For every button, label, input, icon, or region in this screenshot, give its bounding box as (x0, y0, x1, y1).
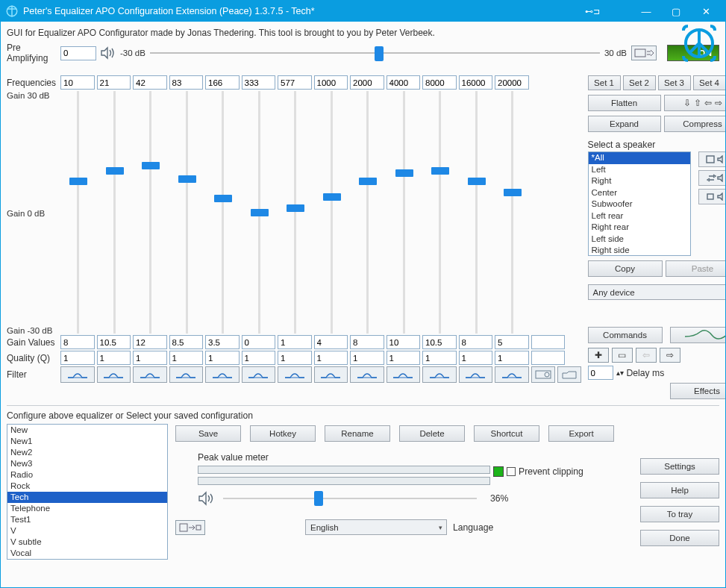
filter-type-4[interactable] (205, 366, 240, 383)
speaker-item[interactable]: Right (589, 175, 690, 187)
extra-gain-input[interactable] (531, 335, 566, 349)
config-item[interactable]: Vocal (7, 548, 167, 559)
config-item[interactable]: Telephone (7, 503, 167, 514)
gain-input-0[interactable] (60, 335, 95, 349)
shift-right-button[interactable]: ⇨ (660, 348, 680, 363)
gain-input-2[interactable] (133, 335, 167, 349)
band-slider-9[interactable] (387, 91, 422, 334)
gain-input-6[interactable] (278, 335, 312, 349)
set-1-button[interactable]: Set 1 (588, 75, 621, 90)
filter-type-6[interactable] (278, 366, 312, 383)
commands-button[interactable]: Commands (588, 327, 663, 343)
filter-type-7[interactable] (314, 366, 348, 383)
q-input-9[interactable] (387, 351, 421, 365)
speaker-item[interactable]: Left side (589, 234, 690, 245)
freq-input-0[interactable] (60, 75, 95, 90)
band-slider-2[interactable] (133, 91, 169, 334)
speaker-item[interactable]: Subwoofer (589, 198, 690, 210)
freq-input-3[interactable] (169, 75, 204, 90)
settings-button[interactable]: Settings (640, 458, 719, 475)
freq-input-9[interactable] (387, 75, 421, 90)
filter-type-12[interactable] (495, 366, 529, 383)
q-input-3[interactable] (169, 351, 204, 365)
freq-input-1[interactable] (97, 75, 131, 90)
set-4-button[interactable]: Set 4 (693, 75, 726, 90)
gain-input-4[interactable] (205, 335, 240, 349)
q-input-8[interactable] (350, 351, 384, 365)
filter-type-11[interactable] (459, 366, 493, 383)
freq-input-11[interactable] (459, 75, 493, 90)
q-input-12[interactable] (495, 351, 529, 365)
config-list[interactable]: NewNew1New2New3RadioRockTechTelephoneTes… (7, 424, 168, 560)
band-slider-12[interactable] (495, 91, 531, 334)
freq-input-8[interactable] (350, 75, 384, 90)
arrow-buttons[interactable]: ⇩⇧⇦⇨ (664, 95, 727, 111)
language-select[interactable]: English (305, 519, 447, 535)
band-slider-3[interactable] (169, 91, 205, 334)
flatten-button[interactable]: Flatten (588, 95, 661, 111)
save-button[interactable]: Save (175, 425, 241, 442)
freq-input-12[interactable] (495, 75, 529, 90)
prevent-clipping-checkbox[interactable] (507, 467, 516, 476)
filter-type-1[interactable] (97, 366, 131, 383)
config-item[interactable]: Tech (7, 492, 167, 503)
q-input-1[interactable] (97, 351, 131, 365)
gain-input-3[interactable] (169, 335, 204, 349)
speaker-swap-button[interactable] (698, 170, 727, 186)
gain-input-12[interactable] (495, 335, 529, 349)
q-input-7[interactable] (314, 351, 348, 365)
gain-input-1[interactable] (97, 335, 131, 349)
preamp-input[interactable] (60, 46, 96, 60)
config-item[interactable]: New (7, 425, 167, 436)
config-item[interactable]: Radio (7, 469, 167, 481)
minimize-button[interactable]: — (631, 1, 661, 22)
speaker-icon[interactable] (100, 46, 116, 60)
q-input-2[interactable] (133, 351, 167, 365)
speaker-item[interactable]: Left (589, 164, 690, 176)
speaker-item[interactable]: Left rear (589, 210, 690, 222)
band-slider-10[interactable] (422, 91, 458, 334)
config-item[interactable]: Test1 (7, 514, 167, 525)
filter-type-9[interactable] (387, 366, 421, 383)
set-2-button[interactable]: Set 2 (623, 75, 656, 90)
band-slider-6[interactable] (278, 91, 313, 334)
expand-button[interactable]: Expand (588, 116, 661, 132)
band-slider-11[interactable] (459, 91, 495, 334)
filter-type-8[interactable] (350, 366, 384, 383)
export-button[interactable]: Export (548, 425, 614, 442)
import-button[interactable] (175, 520, 205, 535)
config-item[interactable]: V subtle (7, 537, 167, 548)
paste-button[interactable]: Paste (666, 260, 727, 277)
close-button[interactable]: ✕ (691, 1, 721, 22)
filter-view-button[interactable] (531, 366, 555, 383)
rename-button[interactable]: Rename (325, 425, 390, 442)
device-select[interactable]: Any device (588, 284, 727, 300)
volume-icon[interactable] (198, 491, 216, 506)
volume-slider[interactable] (223, 491, 477, 506)
speaker-list[interactable]: *AllLeftRightCenterSubwooferLeft rearRig… (588, 151, 691, 256)
gain-input-7[interactable] (314, 335, 348, 349)
config-item[interactable]: New1 (7, 436, 167, 447)
gain-input-9[interactable] (387, 335, 421, 349)
freq-input-4[interactable] (205, 75, 240, 90)
extra-q-input[interactable] (531, 351, 566, 365)
config-item[interactable]: New2 (7, 447, 167, 458)
speaker-item[interactable]: *All (589, 152, 690, 164)
config-item[interactable]: V (7, 525, 167, 537)
band-slider-8[interactable] (350, 91, 386, 334)
add-band-button[interactable]: ✚ (588, 348, 609, 363)
q-input-5[interactable] (242, 351, 276, 365)
speaker-item[interactable]: Right side (589, 245, 690, 256)
shift-left-button[interactable]: ⇦ (636, 348, 657, 363)
delay-input[interactable] (588, 366, 613, 380)
band-slider-5[interactable] (242, 91, 278, 334)
effects-button[interactable]: Effects (670, 383, 727, 399)
filter-type-5[interactable] (242, 366, 276, 383)
maximize-button[interactable]: ▢ (661, 1, 691, 22)
filter-type-10[interactable] (422, 366, 457, 383)
filter-open-button[interactable] (557, 366, 581, 383)
copy-button[interactable]: Copy (588, 260, 663, 277)
freq-input-2[interactable] (133, 75, 167, 90)
speaker-item[interactable]: Center (589, 187, 690, 199)
q-input-0[interactable] (60, 351, 95, 365)
